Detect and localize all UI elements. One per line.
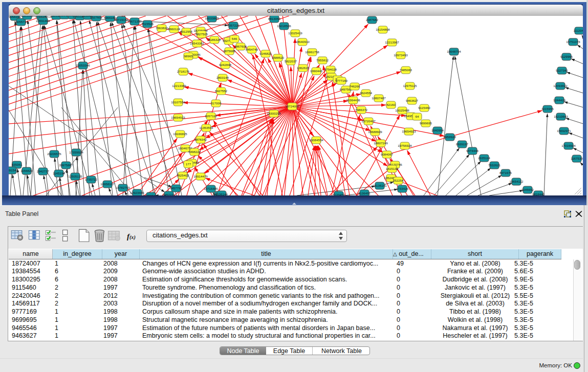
svg-text:18807249: 18807249 — [374, 141, 388, 145]
svg-text:8958928: 8958928 — [444, 135, 456, 139]
svg-text:20053346: 20053346 — [76, 63, 90, 67]
svg-text:20364436: 20364436 — [346, 98, 360, 102]
svg-text:7632621: 7632621 — [488, 163, 501, 167]
svg-text:5822037: 5822037 — [285, 59, 297, 63]
svg-text:19166825: 19166825 — [173, 132, 187, 136]
svg-text:9129966: 9129966 — [560, 55, 573, 58]
svg-text:1292344: 1292344 — [145, 194, 158, 195]
svg-text:2867608: 2867608 — [234, 45, 247, 48]
svg-text:9242848: 9242848 — [219, 63, 232, 67]
svg-text:13325419: 13325419 — [288, 31, 302, 35]
svg-text:1527602: 1527602 — [90, 16, 103, 19]
svg-text:9146821: 9146821 — [259, 52, 272, 55]
svg-text:12213967: 12213967 — [385, 40, 399, 44]
svg-text:10654112: 10654112 — [509, 180, 524, 183]
svg-text:16136141: 16136141 — [373, 184, 387, 187]
svg-text:12213389: 12213389 — [172, 84, 186, 87]
svg-text:10958107: 10958107 — [100, 182, 115, 186]
svg-text:15751074: 15751074 — [566, 40, 580, 43]
svg-text:8939197: 8939197 — [456, 142, 469, 146]
svg-text:1167539: 1167539 — [571, 157, 583, 160]
svg-text:1085397: 1085397 — [21, 16, 34, 17]
svg-text:18300295: 18300295 — [267, 112, 281, 115]
svg-text:18640910: 18640910 — [295, 40, 310, 43]
svg-text:8120457: 8120457 — [333, 193, 345, 195]
svg-text:1735722: 1735722 — [85, 178, 98, 181]
svg-text:15720407: 15720407 — [361, 119, 376, 123]
svg-text:1733426: 1733426 — [396, 187, 409, 190]
svg-text:1588520: 1588520 — [272, 56, 285, 59]
svg-text:9136144: 9136144 — [215, 192, 228, 195]
svg-text:8912954: 8912954 — [180, 30, 193, 33]
svg-text:7485063: 7485063 — [400, 68, 412, 72]
svg-text:1156829: 1156829 — [20, 169, 33, 172]
svg-text:2718176: 2718176 — [177, 70, 190, 73]
svg-text:16671355: 16671355 — [127, 19, 142, 23]
svg-text:20206576: 20206576 — [47, 152, 61, 156]
svg-text:7515526: 7515526 — [141, 22, 154, 26]
svg-text:9084067: 9084067 — [381, 152, 394, 156]
svg-text:317006: 317006 — [211, 101, 222, 105]
svg-text:10107554: 10107554 — [171, 100, 185, 104]
svg-text:16961758: 16961758 — [305, 50, 319, 54]
svg-text:19654923: 19654923 — [402, 129, 416, 133]
svg-text:1145194: 1145194 — [53, 171, 65, 175]
svg-text:2935114: 2935114 — [478, 156, 490, 160]
svg-text:9136491: 9136491 — [358, 191, 371, 195]
svg-text:10973493: 10973493 — [394, 53, 408, 57]
svg-text:8813054: 8813054 — [268, 17, 281, 20]
svg-text:2087682: 2087682 — [366, 18, 379, 21]
svg-text:9827505: 9827505 — [195, 32, 208, 36]
svg-text:16782759: 16782759 — [116, 186, 130, 189]
svg-text:252254: 252254 — [393, 179, 404, 182]
svg-text:3875685: 3875685 — [223, 49, 236, 53]
svg-text:9058391: 9058391 — [9, 16, 21, 18]
svg-text:8454749: 8454749 — [246, 48, 258, 51]
svg-text:9474444: 9474444 — [466, 149, 479, 152]
svg-text:9457211: 9457211 — [163, 193, 175, 195]
svg-text:1990443: 1990443 — [310, 69, 323, 73]
svg-text:2803144: 2803144 — [216, 76, 229, 79]
svg-text:9818440: 9818440 — [532, 192, 545, 195]
svg-text:746266: 746266 — [350, 84, 360, 88]
svg-text:12975115: 12975115 — [403, 84, 417, 87]
svg-text:39975867: 39975867 — [59, 163, 73, 167]
svg-text:10688609: 10688609 — [368, 130, 382, 134]
svg-text:19756928: 19756928 — [398, 144, 412, 147]
svg-text:3215955: 3215955 — [541, 107, 554, 111]
svg-text:12505135: 12505135 — [68, 174, 82, 178]
svg-text:8427552: 8427552 — [215, 89, 228, 93]
svg-text:64: 64 — [416, 115, 419, 118]
svg-text:16543362: 16543362 — [190, 41, 204, 45]
svg-text:835061: 835061 — [12, 163, 23, 166]
svg-text:7625402: 7625402 — [177, 173, 189, 177]
svg-text:9115460: 9115460 — [418, 106, 430, 110]
svg-text:14055714: 14055714 — [14, 20, 28, 24]
svg-text:18724007: 18724007 — [285, 104, 299, 108]
svg-text:16033809: 16033809 — [205, 16, 219, 20]
svg-text:15692971: 15692971 — [557, 129, 571, 133]
svg-text:3267110: 3267110 — [205, 114, 217, 118]
svg-text:62160: 62160 — [386, 103, 396, 106]
svg-text:39154: 39154 — [9, 168, 16, 172]
svg-text:15716485: 15716485 — [204, 187, 218, 190]
svg-text:9457791: 9457791 — [170, 186, 183, 190]
svg-text:7357224: 7357224 — [227, 24, 240, 27]
svg-text:11353594: 11353594 — [199, 126, 213, 129]
svg-text:12093822: 12093822 — [553, 84, 568, 87]
svg-text:12923446: 12923446 — [130, 191, 144, 194]
svg-text:9227341: 9227341 — [556, 69, 569, 72]
svg-text:546: 546 — [232, 37, 237, 40]
svg-text:19654923: 19654923 — [171, 116, 185, 119]
svg-text:1640954: 1640954 — [431, 128, 444, 132]
svg-text:3624554: 3624554 — [360, 91, 373, 95]
svg-text:10807487: 10807487 — [372, 96, 386, 100]
svg-text:16210643: 16210643 — [554, 115, 568, 118]
svg-text:177: 177 — [186, 162, 191, 166]
svg-text:16914479: 16914479 — [193, 174, 208, 178]
svg-text:6794028: 6794028 — [324, 68, 337, 71]
svg-text:1362615: 1362615 — [297, 66, 310, 70]
svg-text:7955812: 7955812 — [316, 58, 329, 62]
svg-text:8660124: 8660124 — [168, 27, 181, 31]
svg-text:10719155: 10719155 — [114, 18, 128, 21]
